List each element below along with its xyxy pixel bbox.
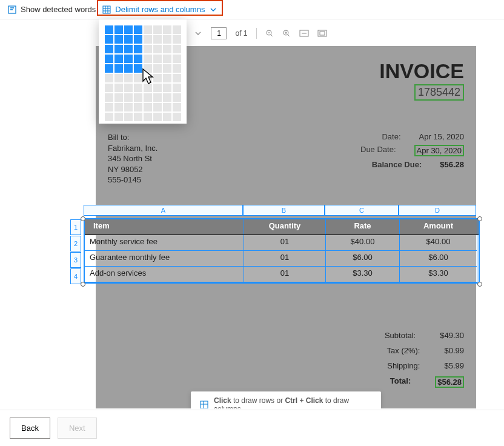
- grid-cell[interactable]: [134, 35, 142, 44]
- grid-cell[interactable]: [173, 113, 181, 121]
- grid-cell[interactable]: [124, 113, 133, 121]
- grid-cell[interactable]: [124, 35, 133, 44]
- grid-cell[interactable]: [134, 45, 142, 53]
- grid-cell[interactable]: [163, 25, 171, 34]
- grid-cell[interactable]: [173, 35, 181, 44]
- data-table[interactable]: ItemQuantityRateAmount Monthly service f…: [84, 218, 480, 284]
- grid-cell[interactable]: [134, 74, 142, 82]
- grid-cell[interactable]: [124, 25, 133, 34]
- grid-cell[interactable]: [144, 55, 152, 63]
- grid-cell[interactable]: [153, 25, 162, 34]
- grid-cell[interactable]: [124, 74, 133, 82]
- resize-handle-tr[interactable]: [477, 216, 482, 221]
- col-header[interactable]: D: [399, 205, 476, 216]
- grid-cell[interactable]: [114, 74, 123, 82]
- grid-cell[interactable]: [173, 74, 181, 82]
- grid-cell[interactable]: [163, 45, 171, 53]
- grid-cell[interactable]: [173, 55, 181, 63]
- grid-cell[interactable]: [105, 25, 113, 34]
- grid-cell[interactable]: [173, 103, 181, 112]
- grid-cell[interactable]: [134, 55, 142, 63]
- grid-cell[interactable]: [144, 45, 152, 53]
- grid-cell[interactable]: [163, 93, 171, 102]
- grid-cell[interactable]: [153, 64, 162, 73]
- grid-cell[interactable]: [105, 74, 113, 82]
- grid-cell[interactable]: [114, 55, 123, 63]
- resize-handle-bl[interactable]: [81, 282, 85, 287]
- row-header[interactable]: 4: [70, 268, 81, 284]
- grid-cell[interactable]: [105, 45, 113, 53]
- grid-cell[interactable]: [153, 84, 162, 92]
- back-button[interactable]: Back: [10, 418, 50, 439]
- grid-cell[interactable]: [114, 93, 123, 102]
- grid-cell[interactable]: [114, 45, 123, 53]
- grid-cell[interactable]: [105, 64, 113, 73]
- grid-cell[interactable]: [124, 103, 133, 112]
- grid-cell[interactable]: [163, 74, 171, 82]
- grid-cell[interactable]: [134, 103, 142, 112]
- col-header[interactable]: C: [325, 205, 399, 216]
- grid-cell[interactable]: [114, 84, 123, 92]
- grid-cell[interactable]: [134, 25, 142, 34]
- grid-cell[interactable]: [153, 35, 162, 44]
- grid-cell[interactable]: [114, 64, 123, 73]
- grid-cell[interactable]: [144, 35, 152, 44]
- grid-cell[interactable]: [105, 84, 113, 92]
- grid-cell[interactable]: [173, 45, 181, 53]
- grid-cell[interactable]: [163, 113, 171, 121]
- fit-page-icon[interactable]: [317, 30, 327, 37]
- grid-cell[interactable]: [163, 55, 171, 63]
- grid-cell[interactable]: [105, 103, 113, 112]
- grid-cell[interactable]: [153, 113, 162, 121]
- grid-cell[interactable]: [124, 45, 133, 53]
- grid-cell[interactable]: [124, 55, 133, 63]
- grid-cell[interactable]: [163, 64, 171, 73]
- grid-cell[interactable]: [114, 113, 123, 121]
- grid-cell[interactable]: [153, 45, 162, 53]
- grid-cell[interactable]: [144, 25, 152, 34]
- grid-cell[interactable]: [173, 84, 181, 92]
- resize-handle-tl[interactable]: [81, 216, 85, 221]
- grid-cell[interactable]: [124, 64, 133, 73]
- grid-cell[interactable]: [173, 93, 181, 102]
- row-header[interactable]: 1: [70, 219, 81, 235]
- grid-cell[interactable]: [173, 25, 181, 34]
- row-header[interactable]: 2: [70, 236, 81, 251]
- grid-cell[interactable]: [134, 84, 142, 92]
- grid-cell[interactable]: [105, 35, 113, 44]
- grid-cell[interactable]: [153, 55, 162, 63]
- grid-cell[interactable]: [153, 74, 162, 82]
- col-header[interactable]: A: [84, 205, 243, 216]
- row-header[interactable]: 3: [70, 252, 81, 268]
- grid-cell[interactable]: [134, 113, 142, 121]
- grid-cell[interactable]: [153, 93, 162, 102]
- grid-cell[interactable]: [144, 74, 152, 82]
- grid-cell[interactable]: [114, 25, 123, 34]
- grid-cell[interactable]: [163, 103, 171, 112]
- grid-cell[interactable]: [134, 64, 142, 73]
- delimit-rows-cols-button[interactable]: Delimit rows and columns: [102, 5, 218, 15]
- grid-cell[interactable]: [124, 84, 133, 92]
- grid-cell[interactable]: [114, 103, 123, 112]
- fit-width-icon[interactable]: [299, 30, 309, 37]
- col-header[interactable]: B: [243, 205, 325, 216]
- grid-cell[interactable]: [144, 93, 152, 102]
- grid-cell[interactable]: [144, 113, 152, 121]
- zoom-in-icon[interactable]: [282, 29, 291, 38]
- grid-cell[interactable]: [105, 113, 113, 121]
- page-down-icon[interactable]: [194, 29, 202, 38]
- show-detected-words-button[interactable]: Show detected words: [7, 5, 96, 15]
- grid-cell[interactable]: [144, 103, 152, 112]
- grid-cell[interactable]: [105, 93, 113, 102]
- grid-cell[interactable]: [134, 93, 142, 102]
- grid-cell[interactable]: [105, 55, 113, 63]
- grid-cell[interactable]: [124, 93, 133, 102]
- grid-size-picker[interactable]: [99, 19, 187, 124]
- resize-handle-br[interactable]: [477, 282, 482, 287]
- grid-cell[interactable]: [144, 64, 152, 73]
- zoom-out-icon[interactable]: [265, 29, 274, 38]
- grid-cell[interactable]: [163, 84, 171, 92]
- grid-cell[interactable]: [163, 35, 171, 44]
- grid-cell[interactable]: [144, 84, 152, 92]
- grid-cell[interactable]: [153, 103, 162, 112]
